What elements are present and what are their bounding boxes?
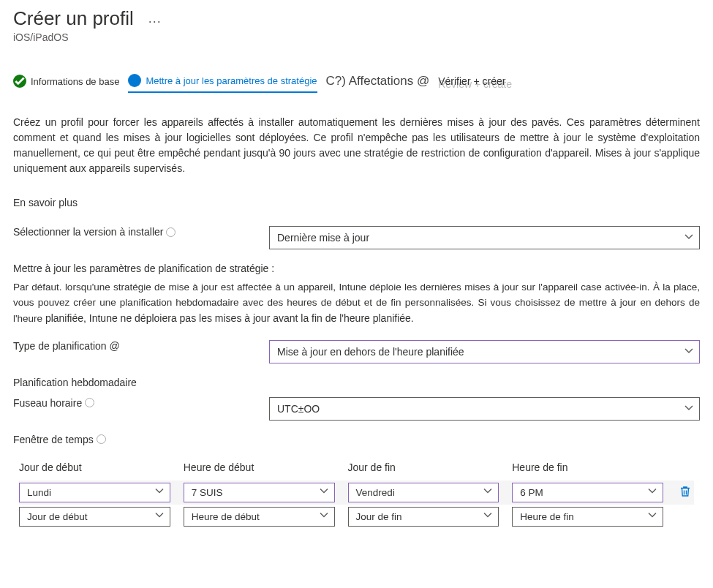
profile-description: Créez un profil pour forcer les appareil… bbox=[13, 115, 700, 176]
table-row: Jour de début Heure de début Jour de fin… bbox=[19, 505, 694, 529]
learn-more-link[interactable]: En savoir plus bbox=[13, 197, 700, 208]
schedule-params-body: Par défaut. lorsqu'une stratégie de mise… bbox=[13, 280, 700, 327]
start-day-select[interactable]: Jour de début bbox=[19, 507, 170, 527]
end-time-select[interactable]: Heure de fin bbox=[512, 507, 663, 527]
chevron-down-icon bbox=[320, 487, 328, 498]
step-update-settings[interactable]: Mettre à jour les paramètres de stratégi… bbox=[128, 74, 317, 93]
page-subtitle: iOS/iPadOS bbox=[13, 31, 700, 43]
end-time-select[interactable]: 6 PM bbox=[512, 483, 663, 502]
schedule-type-label: Type de planification @ bbox=[13, 340, 269, 352]
timezone-select[interactable]: UTC±OO bbox=[269, 397, 700, 421]
chevron-down-icon bbox=[684, 403, 693, 415]
chevron-down-icon bbox=[155, 487, 164, 498]
schedule-type-select[interactable]: Mise à jour en dehors de l'heure planifi… bbox=[269, 340, 700, 363]
chevron-down-icon bbox=[483, 487, 492, 498]
chevron-down-icon bbox=[684, 232, 693, 244]
timezone-label: Fuseau horaire bbox=[13, 397, 269, 409]
page-header: Créer un profil ... iOS/iPadOS bbox=[13, 7, 700, 43]
col-start-day: Jour de début bbox=[19, 461, 170, 473]
chevron-down-icon bbox=[320, 511, 328, 522]
start-time-select[interactable]: Heure de début bbox=[184, 507, 335, 527]
version-field-row: Sélectionner la version à installer Dern… bbox=[13, 226, 700, 249]
info-icon[interactable] bbox=[85, 398, 94, 407]
version-select[interactable]: Dernière mise à jour bbox=[269, 226, 700, 249]
col-end-day: Jour de fin bbox=[348, 461, 499, 473]
step-review-label: Vérifier + créer bbox=[438, 75, 505, 87]
step-assignments[interactable]: C?) Affectations @ bbox=[326, 74, 430, 93]
col-start-time: Heure de début bbox=[184, 461, 335, 473]
more-actions-button[interactable]: ... bbox=[144, 11, 166, 26]
chevron-down-icon bbox=[684, 346, 693, 358]
schedule-params-heading: Mettre à jour les paramètres de planific… bbox=[13, 263, 700, 274]
chevron-down-icon bbox=[483, 511, 492, 522]
check-icon bbox=[13, 75, 26, 88]
step-basics[interactable]: Informations de base bbox=[13, 75, 119, 92]
step-update-settings-label: Mettre à jour les paramètres de stratégi… bbox=[146, 75, 317, 86]
col-end-time: Heure de fin bbox=[512, 461, 663, 473]
step-basics-label: Informations de base bbox=[31, 76, 119, 87]
start-day-select[interactable]: Lundi bbox=[19, 483, 170, 502]
end-day-select[interactable]: Vendredi bbox=[348, 483, 499, 502]
current-step-icon bbox=[128, 74, 141, 87]
info-icon[interactable] bbox=[97, 434, 106, 444]
chevron-down-icon bbox=[155, 511, 164, 522]
start-time-select[interactable]: 7 SUIS bbox=[184, 483, 335, 502]
delete-row-button[interactable] bbox=[679, 485, 692, 500]
version-label: Sélectionner la version à installer bbox=[13, 226, 269, 238]
chevron-down-icon bbox=[648, 511, 657, 522]
schedule-type-row: Type de planification @ Mise à jour en d… bbox=[13, 340, 700, 363]
table-row: Lundi 7 SUIS Vendredi 6 PM bbox=[19, 480, 694, 505]
step-review-create[interactable]: Review + create Vérifier + créer bbox=[438, 75, 505, 91]
end-day-select[interactable]: Jour de fin bbox=[348, 507, 499, 527]
timezone-row: Fuseau horaire UTC±OO bbox=[13, 397, 700, 421]
chevron-down-icon bbox=[648, 487, 657, 498]
time-window-table: Jour de début Heure de début Jour de fin… bbox=[19, 461, 694, 529]
time-window-heading: Fenêtre de temps bbox=[13, 434, 700, 445]
page-title: Créer un profil bbox=[13, 7, 134, 30]
info-icon[interactable] bbox=[166, 227, 176, 237]
wizard-stepper: Informations de base Mettre à jour les p… bbox=[13, 74, 700, 93]
weekly-schedule-label: Planification hebdomadaire bbox=[13, 377, 700, 388]
